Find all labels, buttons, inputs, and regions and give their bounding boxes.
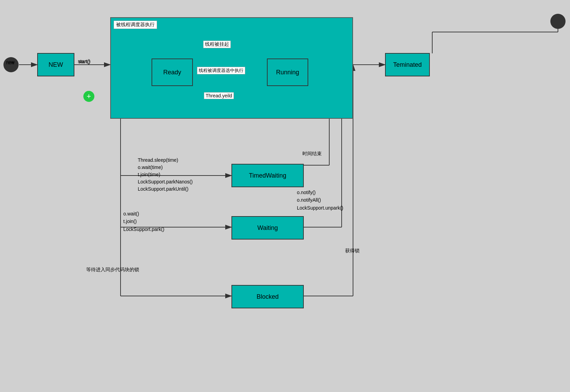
- waiting-state: Waiting: [231, 216, 304, 240]
- get-lock-label: 获得锁: [345, 248, 360, 254]
- running-state: Running: [267, 59, 308, 86]
- ready-state: Ready: [152, 59, 193, 86]
- diagram-container: new NEW start() 被线程调度器执行 Ready Running 线…: [0, 0, 570, 392]
- new-text: new: [6, 60, 14, 65]
- end-circle: [550, 14, 566, 29]
- start-label: start(): [79, 59, 90, 64]
- notify-calls-label: o.notify() o.notifyAll() LockSupport.unp…: [297, 189, 343, 212]
- terminated-state: Teminated: [385, 53, 430, 76]
- new-state: NEW: [37, 53, 74, 76]
- scheduler-selected-label: 线程被调度器选中执行: [197, 67, 245, 74]
- blocked-desc-label: 等待进入同步代码块的锁: [86, 267, 139, 273]
- scheduler-label: 被线程调度器执行: [114, 21, 157, 29]
- waiting-calls-label: o.wait() t.join() LockSupport.park(): [123, 210, 164, 233]
- add-button[interactable]: +: [83, 91, 94, 102]
- time-end-label: 时间结束: [302, 151, 322, 157]
- timed-waiting-calls-label: Thread.sleep(time) o.wait(time) t.join(t…: [138, 157, 193, 193]
- blocked-state: Blocked: [231, 285, 304, 308]
- thread-yield-label: Thread.yeild: [204, 92, 234, 99]
- timed-waiting-state: TimedWaiting: [231, 164, 304, 187]
- suspended-label: 线程被挂起: [203, 41, 231, 48]
